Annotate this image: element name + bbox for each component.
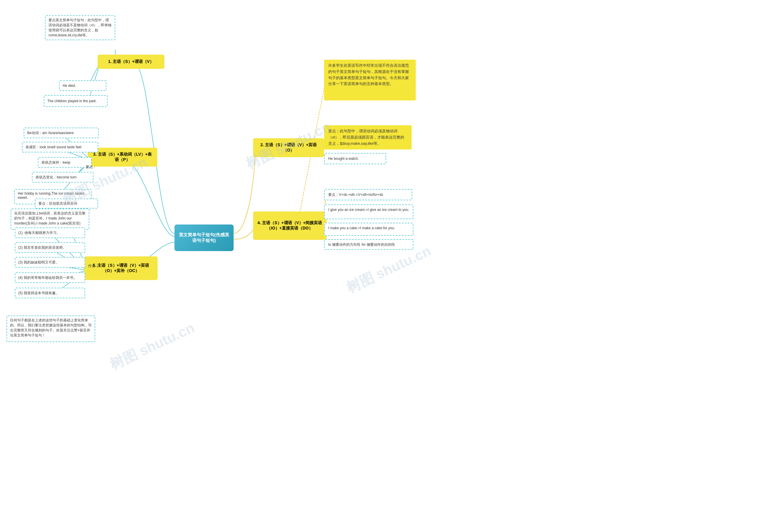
b5-item-2: (2) 我非常喜欢我的英语老师。 xyxy=(15,242,85,253)
b5-i2: (2) 我非常喜欢我的英语老师。 xyxy=(18,245,66,250)
b4-ex1: I give you an ice cream.=I give an ice c… xyxy=(324,205,413,219)
watermark-4: 树图 shutu.cn xyxy=(107,319,197,374)
b2-tip-text: 要点：此句型中，谓语动词必须及物动词（vt），即后面必须跟宾语，才能表达完整的含… xyxy=(328,129,404,146)
b3-item-2: 表感官：look smell sound taste feel xyxy=(22,142,98,153)
b4-ex1-text: I give you an ice cream.=I give an ice c… xyxy=(328,208,409,212)
right-intro-box: 许多学生在英语写作中经常出现不符合语法规范的句子英文简单句子短句，其根源在于没有… xyxy=(324,60,416,100)
b4-ex2-text: I make you a cake.=I make a cake for you… xyxy=(328,226,395,230)
b4-note: to 侧重动作的方向性 for 侧重动作的目的性 xyxy=(324,239,413,250)
b1-ex2-text: The children played in the park. xyxy=(47,99,97,103)
b5-note-text: 在宾语后面加上be动词，若表达的含义是完整的句子，则是宾补。I made Joh… xyxy=(14,211,85,225)
b5-i5: (5) 我觉得这本书很有趣。 xyxy=(18,291,59,296)
right-intro-text: 许多学生在英语写作中经常出现不符合语法规范的句子英文简单句子短句，其根源在于没有… xyxy=(328,63,409,86)
b4-ex2: I make you a cake.=I make a cake for you… xyxy=(324,223,413,236)
branch-node-1: 1. 主语（S）+谓语（V） xyxy=(98,55,165,69)
b2-example: He bought a watch. xyxy=(324,153,386,164)
b5-i1: (1) .他每天都很努力学习。 xyxy=(18,230,60,236)
b4-tip-box: 要点：V+sb.+sth.=V+sth+to/for+sb xyxy=(324,189,412,200)
b5-tip-box: 要点：区别双宾语和宾补 xyxy=(35,199,98,209)
b1-example-1: He died. xyxy=(59,80,106,91)
b3-i3: 表状态保持：keep xyxy=(42,160,70,165)
branch-3-label: 3. 主语（S）+系动词（LV）+表语（P） xyxy=(91,152,154,162)
b3-i1: Be动词：am /is/are/was/were xyxy=(27,130,74,136)
b5-i3: (3) 我的妹妹聪明又可爱。 xyxy=(18,260,59,265)
b5-item-1: (1) .他每天都很努力学习。 xyxy=(15,227,85,238)
branch-2-label: 2. 主语（S）+谓语（V）+宾语（O） xyxy=(257,142,320,153)
branch-1-label: 1. 主语（S）+谓语（V） xyxy=(108,59,154,64)
b1-tip-text: 要点英文简单句子短句：此句型中，谓语动词必须是不及物动词（vi），即单独使用就可… xyxy=(48,18,111,37)
b3-item-4: 表状态变化：become turn xyxy=(32,172,93,182)
svg-line-20 xyxy=(296,82,325,233)
b3-i4: 表状态变化：become turn xyxy=(36,175,76,180)
central-node: 英文简单句子短句(伤感英语句子短句) xyxy=(174,225,234,251)
bottom-note-text: 任何句子都是在上述的这些句子的基础上变化而来的。所以，我们要注意把握这些基本的句… xyxy=(10,318,92,337)
b5-item-5: (5) 我觉得这本书很有趣。 xyxy=(15,288,85,298)
b3-item-1: Be动词：am /is/are/was/were xyxy=(24,127,99,138)
b4-note-text: to 侧重动作的方向性 for 侧重动作的目的性 xyxy=(328,242,395,247)
mindmap-container: 英文简单句子短句(伤感英语句子短句) 1. 主语（S）+谓语（V） 要点英文简单… xyxy=(0,0,757,532)
b2-tip-box: 要点：此句型中，谓语动词必须及物动词（vt），即后面必须跟宾语，才能表达完整的含… xyxy=(324,125,411,150)
b5-item-4: (4) 我的哥哥每年都会给我买一本书。 xyxy=(15,272,85,283)
b5-item-3: (3) 我的妹妹聪明又可爱。 xyxy=(15,257,85,267)
branch-4-label: 4. 主语（S）+谓语（V）+间接宾语（IO）+直接宾语（DO） xyxy=(257,220,323,231)
b1-ex1-text: He died. xyxy=(63,84,76,88)
b3-i2: 表感官：look smell sound taste feel xyxy=(25,145,81,150)
central-node-label: 英文简单句子短句(伤感英语句子短句) xyxy=(177,232,231,243)
b2-ex-text: He bought a watch. xyxy=(328,156,359,161)
b5-note: 在宾语后面加上be动词，若表达的含义是完整的句子，则是宾补。I made Joh… xyxy=(11,209,89,230)
b5-label: 作业： xyxy=(88,264,99,268)
b5-i4: (4) 我的哥哥每年都会给我买一本书。 xyxy=(18,275,77,280)
branch-node-4: 4. 主语（S）+谓语（V）+间接宾语（IO）+直接宾语（DO） xyxy=(253,211,326,240)
b1-example-2: The children played in the park. xyxy=(44,95,107,107)
b1-tip-box: 要点英文简单句子短句：此句型中，谓语动词必须是不及物动词（vi），即单独使用就可… xyxy=(45,15,115,40)
bottom-note: 任何句子都是在上述的这些句子的基础上变化而来的。所以，我们要注意把握这些基本的句… xyxy=(7,316,95,342)
b3-tip-label: 要点： xyxy=(86,164,96,170)
b3-item-3: 表状态保持：keep xyxy=(38,157,92,168)
branch-node-2: 2. 主语（S）+谓语（V）+宾语（O） xyxy=(253,138,324,157)
b5-tip-text: 要点：区别双宾语和宾补 xyxy=(39,201,77,206)
b4-tip-text: 要点：V+sb.+sth.=V+sth+to/for+sb xyxy=(328,192,383,197)
